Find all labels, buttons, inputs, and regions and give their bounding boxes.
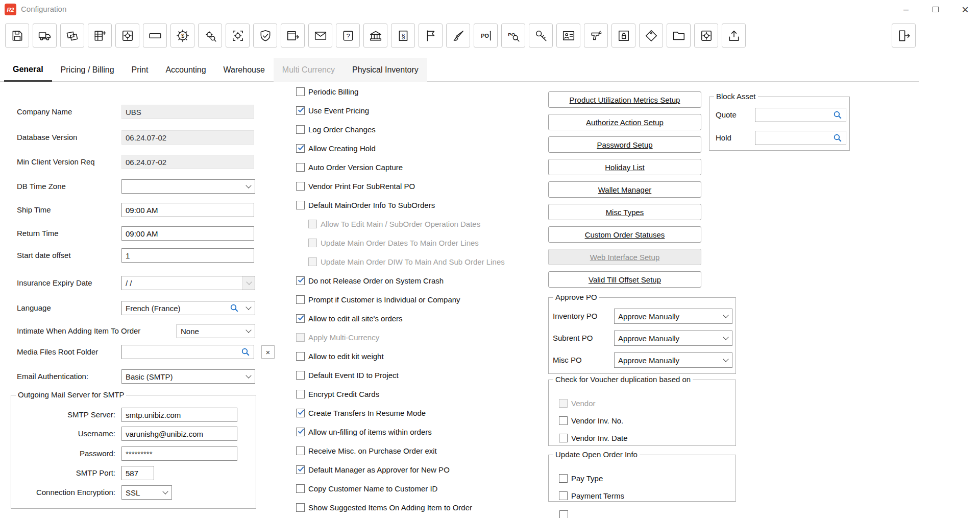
company-name-input[interactable]: UBS bbox=[121, 105, 254, 119]
checkbox-prompt-if-customer-is-individual-or-company[interactable] bbox=[296, 295, 305, 304]
product-utilization-metrics-setup-button[interactable]: Product Utilization Metrics Setup bbox=[548, 91, 701, 108]
smtp-username-label: Username: bbox=[15, 429, 115, 438]
checkbox-payment-terms[interactable] bbox=[559, 491, 568, 500]
misc-po-select[interactable]: Approve Manually bbox=[614, 352, 732, 368]
checkbox-allow-creating-hold[interactable] bbox=[296, 144, 305, 153]
count-sheet-icon[interactable] bbox=[88, 23, 112, 48]
tax-setup-icon[interactable]: § bbox=[391, 23, 415, 48]
misc-types-button[interactable]: Misc Types bbox=[548, 204, 701, 220]
email-settings-icon[interactable] bbox=[308, 23, 332, 48]
calendar-export-icon[interactable] bbox=[281, 23, 305, 48]
gear-document-icon[interactable] bbox=[115, 23, 139, 48]
flag-icon[interactable] bbox=[419, 23, 443, 48]
save-icon[interactable] bbox=[5, 23, 29, 48]
start-date-offset-input[interactable]: 1 bbox=[121, 248, 254, 263]
search-icon[interactable] bbox=[833, 133, 842, 143]
holiday-list-button[interactable]: Holiday List bbox=[548, 159, 701, 175]
checkbox-allow-to-edit-kit-weight[interactable] bbox=[296, 352, 305, 361]
po-settings-icon[interactable]: PO bbox=[474, 23, 498, 48]
folder-icon[interactable] bbox=[667, 23, 691, 48]
block-asset-hold-input[interactable] bbox=[755, 131, 846, 145]
valid-till-offset-setup-button[interactable]: Valid Till Offset Setup bbox=[548, 271, 701, 288]
paintbrush-icon[interactable] bbox=[446, 23, 470, 48]
tab-warehouse[interactable]: Warehouse bbox=[215, 58, 274, 82]
smtp-server-input[interactable]: smtp.unibiz.com bbox=[121, 408, 237, 422]
exit-icon[interactable] bbox=[892, 23, 916, 48]
intimate-when-adding-select[interactable]: None bbox=[177, 324, 255, 338]
currency-setup-icon[interactable]: $ bbox=[170, 23, 194, 48]
password-setup-button[interactable]: Password Setup bbox=[548, 136, 701, 153]
smtp-username-input[interactable]: varunishg@unibiz.com bbox=[121, 427, 237, 441]
checkbox-row: Pay Type bbox=[559, 473, 603, 483]
checkbox-copy-customer-name-to-customer-id[interactable] bbox=[296, 484, 305, 493]
gear-frame-icon[interactable] bbox=[226, 23, 250, 48]
tab-accounting[interactable]: Accounting bbox=[157, 58, 214, 82]
checkbox-periodic-billing[interactable] bbox=[296, 87, 305, 96]
custom-order-statuses-button[interactable]: Custom Order Statuses bbox=[548, 226, 701, 243]
system-gear-icon[interactable] bbox=[694, 23, 718, 48]
partial-checkbox[interactable] bbox=[559, 510, 568, 518]
checkbox-do-not-release-order-on-system-crash[interactable] bbox=[296, 276, 305, 285]
asset-tag-icon[interactable] bbox=[639, 23, 663, 48]
tab-print[interactable]: Print bbox=[123, 58, 157, 82]
authorize-action-setup-button[interactable]: Authorize Action Setup bbox=[548, 114, 701, 130]
search-icon[interactable] bbox=[833, 110, 842, 120]
gear-search-icon[interactable] bbox=[198, 23, 222, 48]
po-search-icon[interactable]: PO bbox=[501, 23, 525, 48]
checkbox-vendor-inv-no[interactable] bbox=[559, 416, 568, 425]
delivery-truck-icon[interactable] bbox=[33, 23, 57, 48]
smtp-username-value: varunishg@unibiz.com bbox=[126, 430, 203, 438]
tab-physical-inventory[interactable]: Physical Inventory bbox=[344, 58, 427, 82]
checkbox-default-mainorder-info-to-suborders[interactable] bbox=[296, 201, 305, 209]
checkbox-vendor-inv-date[interactable] bbox=[559, 434, 568, 442]
search-icon[interactable] bbox=[230, 303, 239, 313]
close-button[interactable]: × bbox=[950, 0, 980, 19]
maximize-button[interactable] bbox=[921, 0, 950, 19]
checkbox-default-manager-as-approver-for-new-po[interactable] bbox=[296, 465, 305, 474]
minimize-button[interactable]: – bbox=[891, 0, 921, 19]
checkbox-auto-order-version-capture[interactable] bbox=[296, 163, 305, 172]
checkbox-log-order-changes[interactable] bbox=[296, 125, 305, 134]
search-icon[interactable] bbox=[241, 347, 250, 357]
block-asset-quote-input[interactable] bbox=[755, 108, 846, 122]
clear-media-path-button[interactable]: × bbox=[261, 345, 275, 359]
label-gun-icon[interactable] bbox=[584, 23, 608, 48]
access-key-icon[interactable] bbox=[529, 23, 553, 48]
bank-icon[interactable] bbox=[363, 23, 387, 48]
media-files-root-input[interactable] bbox=[121, 345, 254, 359]
lock-document-icon[interactable] bbox=[611, 23, 635, 48]
email-authentication-select[interactable]: Basic (SMTP) bbox=[121, 369, 255, 384]
checkbox-pay-type[interactable] bbox=[559, 474, 568, 483]
checkbox-show-suggested-items-on-adding-item-to-order[interactable] bbox=[296, 503, 305, 512]
inventory-po-select[interactable]: Approve Manually bbox=[614, 309, 732, 324]
language-select[interactable]: French (France) bbox=[121, 301, 255, 315]
checkbox-row: Log Order Changes bbox=[296, 120, 505, 139]
return-time-input[interactable]: 09:00 AM bbox=[121, 226, 254, 241]
configuration-window: { "window": { "logo": "R2", "title": "Co… bbox=[0, 0, 980, 518]
help-icon[interactable]: ? bbox=[336, 23, 360, 48]
tab-general[interactable]: General bbox=[4, 58, 52, 82]
connection-encryption-select[interactable]: SSL bbox=[121, 485, 172, 500]
checkbox-use-event-pricing[interactable] bbox=[296, 106, 305, 115]
checkbox-vendor-print-for-subrental-po[interactable] bbox=[296, 182, 305, 191]
checkbox-allow-un-filling-of-items-within-orders[interactable] bbox=[296, 428, 305, 436]
price-tags-icon[interactable] bbox=[60, 23, 84, 48]
smtp-password-input[interactable]: ********* bbox=[121, 446, 237, 461]
subrent-po-select[interactable]: Approve Manually bbox=[614, 331, 732, 346]
insurance-expiry-input[interactable]: / / bbox=[121, 276, 255, 290]
tab-pricing-billing[interactable]: Pricing / Billing bbox=[52, 58, 123, 82]
checkbox-label: Show Suggested Items On Adding Item to O… bbox=[308, 503, 472, 512]
security-shield-icon[interactable] bbox=[253, 23, 277, 48]
export-upload-icon[interactable] bbox=[722, 23, 746, 48]
barcode-label-icon[interactable] bbox=[143, 23, 167, 48]
checkbox-encrypt-credit-cards[interactable] bbox=[296, 390, 305, 398]
checkbox-receive-misc-on-purchase-order-exit[interactable] bbox=[296, 446, 305, 455]
db-time-zone-select[interactable] bbox=[121, 179, 255, 194]
checkbox-default-event-id-to-project[interactable] bbox=[296, 371, 305, 380]
contact-card-icon[interactable] bbox=[556, 23, 580, 48]
ship-time-input[interactable]: 09:00 AM bbox=[121, 203, 254, 217]
checkbox-allow-to-edit-all-site-s-orders[interactable] bbox=[296, 314, 305, 323]
wallet-manager-button[interactable]: Wallet Manager bbox=[548, 181, 701, 198]
smtp-port-input[interactable]: 587 bbox=[121, 466, 154, 480]
checkbox-create-transfers-in-resume-mode[interactable] bbox=[296, 409, 305, 417]
